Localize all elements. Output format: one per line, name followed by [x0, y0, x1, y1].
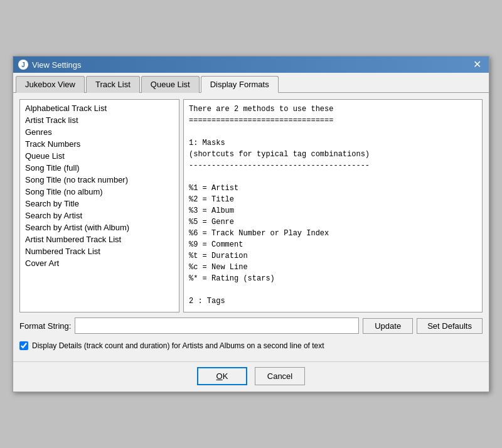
tab-display-formats[interactable]: Display Formats: [201, 76, 279, 93]
format-string-label: Format String:: [19, 321, 71, 331]
title-bar-left: J View Settings: [18, 60, 82, 70]
list-item[interactable]: Artist Numbered Track List: [20, 233, 179, 245]
list-item[interactable]: Track Numbers: [20, 138, 179, 150]
tab-queue-list[interactable]: Queue List: [141, 76, 200, 93]
tab-bar: Jukebox View Track List Queue List Displ…: [13, 73, 489, 93]
format-list[interactable]: Alphabetical Track List Artist Track lis…: [19, 99, 179, 312]
list-item[interactable]: Alphabetical Track List: [20, 102, 179, 114]
format-string-row: Format String: Update Set Defaults: [19, 317, 483, 334]
ok-label: OK: [216, 371, 228, 381]
list-item[interactable]: Artist Track list: [20, 114, 179, 126]
list-item[interactable]: Search by Artist: [20, 210, 179, 221]
set-defaults-button[interactable]: Set Defaults: [417, 318, 483, 334]
list-item[interactable]: Queue List: [20, 150, 179, 162]
tab-content: Alphabetical Track List Artist Track lis…: [13, 93, 489, 359]
list-item[interactable]: Song Title (no album): [20, 186, 179, 198]
list-item[interactable]: Search by Artist (with Album): [20, 221, 179, 233]
view-settings-dialog: J View Settings ✕ Jukebox View Track Lis…: [13, 56, 489, 392]
list-item[interactable]: Cover Art: [20, 257, 179, 269]
close-button[interactable]: ✕: [471, 60, 484, 70]
list-item[interactable]: Genres: [20, 126, 179, 138]
main-panels: Alphabetical Track List Artist Track lis…: [19, 99, 483, 312]
help-text-panel: There are 2 methods to use these =======…: [183, 99, 483, 312]
details-checkbox[interactable]: [19, 341, 28, 350]
update-button[interactable]: Update: [363, 318, 413, 334]
app-icon: J: [18, 60, 28, 70]
action-buttons: Update Set Defaults: [363, 318, 483, 334]
bottom-buttons: OK Cancel: [13, 361, 489, 392]
details-checkbox-label: Display Details (track count and duratio…: [32, 341, 324, 350]
tab-jukebox-view[interactable]: Jukebox View: [16, 76, 85, 93]
list-item[interactable]: Song Title (full): [20, 162, 179, 174]
ok-button[interactable]: OK: [197, 367, 247, 385]
tab-track-list[interactable]: Track List: [86, 76, 140, 93]
list-item[interactable]: Search by Title: [20, 198, 179, 210]
list-item[interactable]: Song Title (no track number): [20, 174, 179, 186]
cancel-button[interactable]: Cancel: [255, 367, 305, 385]
title-bar: J View Settings ✕: [13, 56, 489, 73]
list-item[interactable]: Numbered Track List: [20, 245, 179, 257]
help-text: There are 2 methods to use these =======…: [189, 104, 477, 312]
format-string-input[interactable]: [75, 317, 359, 334]
dialog-title: View Settings: [32, 60, 82, 70]
details-checkbox-row: Display Details (track count and duratio…: [19, 339, 483, 353]
